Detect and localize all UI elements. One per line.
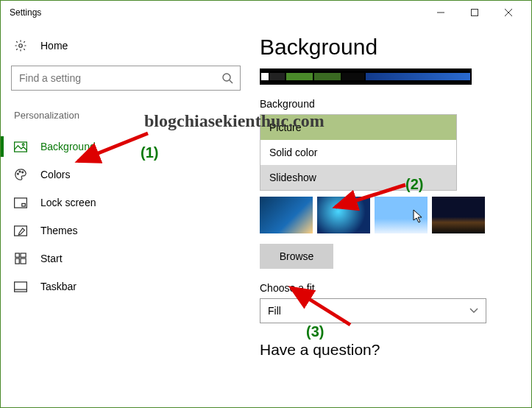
svg-point-8 xyxy=(22,144,24,146)
fit-select[interactable]: Fill xyxy=(260,298,486,323)
palette-icon xyxy=(14,168,27,181)
search-input[interactable] xyxy=(12,66,215,90)
home-button[interactable]: Home xyxy=(11,35,241,66)
thumbnail[interactable] xyxy=(260,197,313,233)
sidebar-item-label: Background xyxy=(40,141,96,152)
svg-point-9 xyxy=(18,173,19,175)
maximize-button[interactable] xyxy=(458,1,492,24)
picture-icon xyxy=(14,140,27,153)
picture-thumbnails xyxy=(260,197,511,233)
svg-rect-19 xyxy=(15,281,27,291)
browse-button[interactable]: Browse xyxy=(260,244,333,269)
dropdown-option-solid-color[interactable]: Solid color xyxy=(260,140,456,165)
home-label: Home xyxy=(40,40,68,52)
svg-rect-17 xyxy=(15,258,19,264)
desktop-preview xyxy=(260,68,472,85)
sidebar-item-background[interactable]: Background xyxy=(11,133,241,161)
sidebar-item-label: Colors xyxy=(40,169,70,180)
sidebar-item-label: Themes xyxy=(40,225,78,236)
page-title: Background xyxy=(260,35,511,60)
svg-rect-16 xyxy=(21,253,26,257)
svg-line-6 xyxy=(230,80,233,83)
dropdown-option-slideshow[interactable]: Slideshow xyxy=(260,165,456,190)
sidebar-item-colors[interactable]: Colors xyxy=(11,161,241,189)
dropdown-option-picture[interactable]: Picture xyxy=(260,115,456,140)
sidebar-item-label: Start xyxy=(40,253,63,264)
section-personalization: Personalization xyxy=(11,110,241,121)
lock-screen-icon xyxy=(14,196,27,209)
background-dropdown[interactable]: Picture Solid color Slideshow xyxy=(260,114,457,191)
sidebar-item-lock-screen[interactable]: Lock screen xyxy=(11,189,241,217)
thumbnail[interactable] xyxy=(432,197,485,233)
close-button[interactable] xyxy=(492,1,525,24)
themes-icon xyxy=(14,224,27,237)
sidebar-item-start[interactable]: Start xyxy=(11,245,241,272)
sidebar-item-label: Taskbar xyxy=(40,281,77,292)
search-box[interactable] xyxy=(11,66,241,91)
sidebar-item-label: Lock screen xyxy=(40,197,96,208)
chevron-down-icon xyxy=(469,306,478,316)
svg-rect-15 xyxy=(15,253,19,257)
background-field-label: Background xyxy=(260,98,511,110)
sidebar: Home Personalization Background Colors xyxy=(1,35,251,407)
window-title: Settings xyxy=(7,7,41,18)
svg-point-4 xyxy=(19,44,23,48)
svg-point-10 xyxy=(19,171,21,172)
sidebar-item-taskbar[interactable]: Taskbar xyxy=(11,272,241,300)
main-panel: Background Background Picture Solid colo… xyxy=(251,35,531,407)
start-icon xyxy=(14,252,27,265)
sidebar-item-themes[interactable]: Themes xyxy=(11,217,241,245)
gear-icon xyxy=(14,39,27,52)
choose-fit-label: Choose a fit xyxy=(260,282,511,294)
svg-rect-1 xyxy=(472,10,478,16)
thumbnail[interactable] xyxy=(375,197,428,233)
search-icon xyxy=(215,72,240,84)
question-heading: Have a question? xyxy=(260,341,511,359)
svg-rect-13 xyxy=(22,203,26,206)
titlebar: Settings xyxy=(1,1,531,24)
taskbar-icon xyxy=(14,280,27,293)
svg-point-5 xyxy=(223,74,230,81)
fit-value: Fill xyxy=(268,305,281,317)
thumbnail[interactable] xyxy=(317,197,370,233)
minimize-button[interactable] xyxy=(424,1,458,24)
svg-point-11 xyxy=(22,172,24,173)
svg-rect-18 xyxy=(21,258,26,264)
